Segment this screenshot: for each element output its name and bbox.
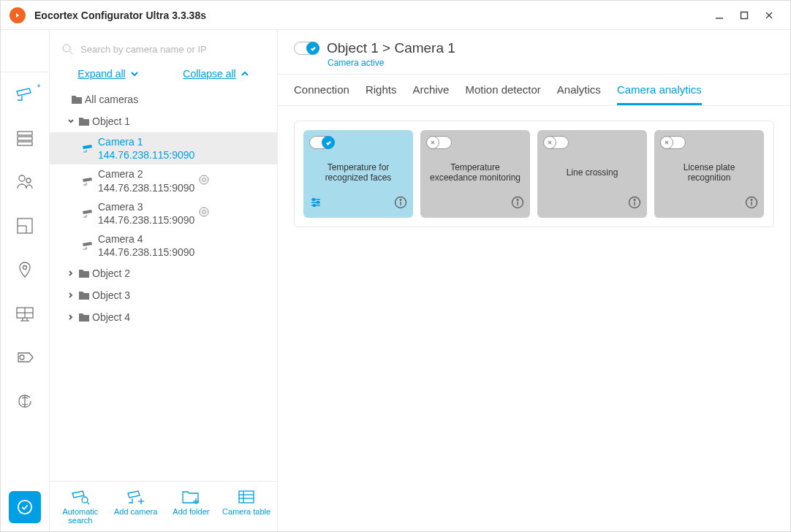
module-info-icon[interactable] — [628, 196, 641, 212]
rail-users[interactable] — [1, 160, 50, 204]
add-folder-button[interactable]: Add folder — [164, 489, 218, 525]
camera-icon — [79, 144, 98, 153]
tree-camera-1[interactable]: Camera 1144.76.238.115:9090 — [50, 132, 277, 164]
rail-automation[interactable] — [1, 335, 50, 379]
svg-line-23 — [69, 51, 72, 54]
automatic-search-button[interactable]: Automatic search — [53, 489, 107, 525]
svg-point-51 — [517, 200, 518, 201]
chevron-down-icon — [130, 69, 139, 78]
tree-root[interactable]: All cameras — [50, 88, 277, 110]
chevron-right-icon — [66, 292, 76, 298]
tree-object-2[interactable]: Object 2 — [50, 262, 277, 284]
chevron-right-icon — [66, 270, 76, 276]
module-info-icon[interactable] — [394, 196, 407, 212]
camera-tree: All cameras Object 1 Camera 1144.76.238.… — [50, 87, 277, 481]
rail-servers[interactable] — [1, 116, 50, 160]
svg-point-22 — [63, 45, 70, 52]
chevron-down-icon — [66, 118, 76, 124]
folder-icon — [76, 290, 92, 300]
rail-plans[interactable] — [1, 204, 50, 248]
svg-point-8 — [26, 178, 31, 183]
module-toggle[interactable] — [543, 136, 569, 149]
svg-rect-5 — [18, 137, 32, 140]
camera-sidebar: Expand all Collapse all All cameras Obje… — [50, 30, 278, 532]
camera-table-button[interactable]: Camera table — [219, 489, 273, 525]
svg-point-26 — [200, 208, 208, 216]
svg-point-19 — [20, 355, 24, 360]
minimize-button[interactable] — [707, 3, 732, 28]
sidebar-actions: Automatic search Add camera Add folder C… — [50, 481, 277, 532]
svg-point-12 — [23, 266, 27, 270]
module-line-crossing: Line crossing — [537, 130, 647, 218]
module-license-plate: License plate recognition — [654, 130, 764, 218]
rail-analytics[interactable] — [1, 379, 50, 423]
module-temperature-exceedance: Temperature exceedance monitoring — [420, 130, 530, 218]
title-bar: Eocortex Configurator Ultra 3.3.38s — [1, 1, 790, 30]
tab-bar: Connection Rights Archive Motion detecto… — [278, 75, 790, 106]
svg-point-27 — [203, 210, 206, 214]
folder-icon — [76, 268, 92, 278]
svg-point-42 — [317, 202, 319, 204]
module-toggle[interactable] — [309, 136, 335, 149]
unsaved-indicator-icon: * — [37, 83, 41, 93]
window-title: Eocortex Configurator Ultra 3.3.38s — [34, 10, 206, 21]
module-settings-icon[interactable] — [309, 196, 322, 212]
tree-object-1[interactable]: Object 1 — [50, 110, 277, 132]
folder-icon — [69, 94, 85, 104]
tab-archive[interactable]: Archive — [412, 83, 449, 105]
search-row — [50, 30, 277, 64]
folder-icon — [76, 312, 92, 322]
camera-icon — [79, 209, 98, 218]
chevron-up-icon — [241, 69, 249, 78]
camera-icon — [79, 241, 98, 250]
rail-views[interactable] — [1, 292, 50, 335]
search-icon — [61, 43, 73, 55]
module-info-icon[interactable] — [745, 196, 758, 212]
rail-cameras[interactable]: * — [1, 72, 50, 116]
camera-enabled-toggle[interactable] — [294, 42, 319, 55]
breadcrumb: Object 1 > Camera 1 — [327, 40, 455, 56]
tree-camera-3[interactable]: Camera 3144.76.238.115:9090 — [50, 197, 277, 229]
rail-maps[interactable] — [1, 248, 50, 292]
tree-object-3[interactable]: Object 3 — [50, 284, 277, 306]
module-toggle[interactable] — [426, 136, 452, 149]
alt-stream-icon — [199, 207, 209, 219]
main-panel: Object 1 > Camera 1 Camera active Connec… — [278, 30, 790, 532]
svg-point-41 — [313, 199, 315, 201]
module-info-icon[interactable] — [511, 196, 524, 212]
tree-object-4[interactable]: Object 4 — [50, 306, 277, 328]
maximize-button[interactable] — [732, 3, 757, 28]
tab-motion-detector[interactable]: Motion detector — [465, 83, 540, 105]
tab-connection[interactable]: Connection — [294, 83, 349, 105]
module-label: Temperature exceedance monitoring — [426, 149, 524, 196]
folder-icon — [76, 116, 92, 126]
svg-point-21 — [18, 501, 31, 514]
module-label: Temperature for recognized faces — [309, 149, 407, 196]
svg-point-56 — [634, 200, 635, 201]
svg-line-29 — [87, 502, 89, 504]
svg-point-7 — [19, 175, 25, 181]
module-label: Line crossing — [543, 149, 641, 196]
expand-all-link[interactable]: Expand all — [77, 68, 138, 80]
close-button[interactable] — [757, 3, 781, 28]
search-input[interactable] — [80, 44, 265, 55]
tree-camera-4[interactable]: Camera 4144.76.238.115:9090 — [50, 229, 277, 262]
main-header: Object 1 > Camera 1 Camera active — [278, 30, 790, 75]
app-logo-icon — [10, 7, 26, 23]
nav-rail: * — [1, 30, 50, 532]
svg-rect-1 — [741, 12, 748, 18]
tab-analytics[interactable]: Analytics — [557, 83, 601, 105]
svg-point-25 — [203, 178, 206, 182]
module-toggle[interactable] — [660, 136, 686, 149]
analytics-modules-panel: Temperature for recognized faces Tempera… — [294, 121, 774, 227]
tab-rights[interactable]: Rights — [366, 83, 397, 105]
collapse-all-link[interactable]: Collapse all — [183, 68, 249, 80]
tree-camera-2[interactable]: Camera 2144.76.238.115:9090 — [50, 164, 277, 197]
chevron-right-icon — [66, 314, 76, 320]
apply-button[interactable] — [9, 491, 41, 523]
add-camera-button[interactable]: Add camera — [109, 489, 163, 525]
svg-point-24 — [200, 175, 208, 184]
tab-camera-analytics[interactable]: Camera analytics — [617, 83, 702, 105]
alt-stream-icon — [199, 175, 209, 187]
svg-rect-4 — [18, 132, 32, 135]
